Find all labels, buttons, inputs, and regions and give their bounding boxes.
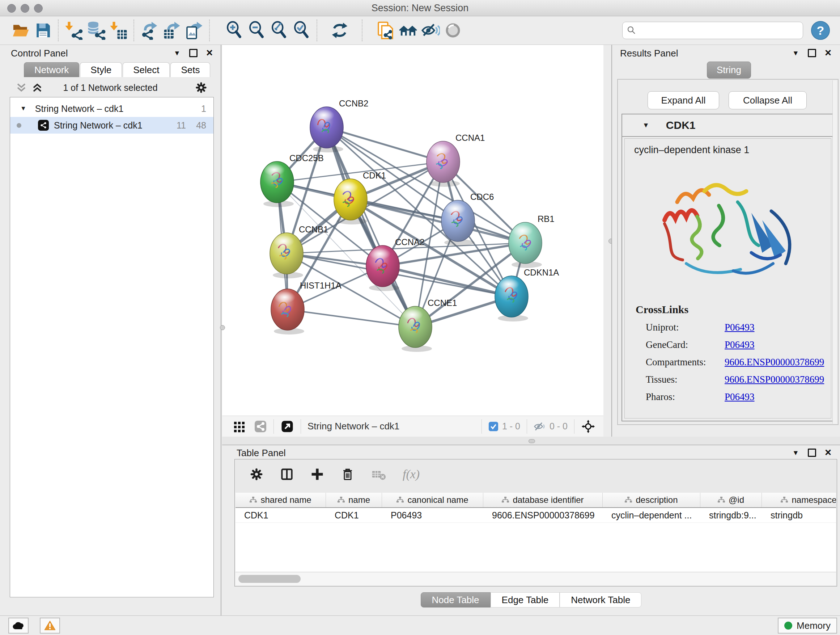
selected-checkbox-icon[interactable]: [488, 421, 499, 432]
toolbar-search[interactable]: [622, 22, 803, 39]
help-button[interactable]: ?: [811, 21, 830, 40]
left-splitter-handle[interactable]: [220, 325, 225, 330]
cloud-button[interactable]: [8, 618, 28, 633]
crosslink-link[interactable]: P06493: [725, 322, 755, 333]
column-hierarchy-icon: [338, 497, 345, 503]
show-all-button[interactable]: [442, 19, 464, 42]
crosslink-link[interactable]: P06493: [725, 339, 755, 350]
column-header-namespace[interactable]: namespace: [762, 493, 836, 507]
column-header-name[interactable]: name: [326, 493, 382, 507]
table-cell[interactable]: CDK1: [235, 508, 326, 523]
tab-network-table[interactable]: Network Table: [560, 592, 641, 608]
show-columns-icon[interactable]: [279, 467, 294, 481]
panel-float-icon[interactable]: [808, 49, 816, 57]
hide-unhide-button[interactable]: [419, 19, 442, 42]
node-CCNA1[interactable]: [426, 141, 460, 187]
import-network-file-button[interactable]: [63, 19, 85, 42]
node-CCNE1[interactable]: [399, 306, 432, 352]
open-in-window-icon[interactable]: [280, 420, 294, 433]
results-tab-string[interactable]: String: [707, 62, 751, 79]
import-table-file-button[interactable]: [107, 19, 130, 42]
panel-float-icon[interactable]: [189, 49, 197, 57]
column-hierarchy-icon: [718, 497, 725, 503]
panel-menu-icon[interactable]: ▼: [174, 50, 180, 57]
panel-close-icon[interactable]: ×: [825, 448, 831, 457]
gear-icon[interactable]: [249, 467, 264, 481]
network-canvas[interactable]: CCNB2CCNA1CDC25BCDK1CDC6RB1CCNB1CCNA2CDK…: [222, 45, 603, 416]
node-CCNB1[interactable]: [270, 233, 303, 279]
crosslink-link[interactable]: 9606.ENSP00000378699: [725, 356, 824, 368]
collapse-all-button[interactable]: Collapse All: [729, 91, 807, 109]
add-column-icon[interactable]: [310, 467, 325, 481]
node-CCNB2[interactable]: [310, 107, 343, 152]
tab-sets[interactable]: Sets: [171, 62, 210, 77]
expand-all-button[interactable]: Expand All: [647, 91, 719, 109]
splitter-handle[interactable]: [529, 439, 535, 443]
network-collection-row[interactable]: ▼ String Network – cdk1 1: [10, 100, 213, 117]
function-builder-icon[interactable]: f(x): [403, 467, 420, 481]
tab-select[interactable]: Select: [123, 62, 170, 77]
collection-expand-icon[interactable]: ▼: [20, 105, 27, 112]
birdseye-grid-icon[interactable]: [233, 420, 246, 433]
panel-close-icon[interactable]: ×: [825, 49, 831, 57]
panel-menu-icon[interactable]: ▼: [792, 449, 799, 456]
fit-content-button[interactable]: [268, 19, 291, 42]
node-HIST1H1A[interactable]: [271, 289, 304, 334]
export-image-button[interactable]: [183, 19, 205, 42]
open-session-button[interactable]: [9, 19, 32, 42]
edge-CCNE1-HIST1H1A[interactable]: [287, 310, 415, 327]
panel-menu-icon[interactable]: ▼: [792, 50, 799, 57]
gene-section-header[interactable]: ▼ CDK1: [622, 114, 834, 137]
column-header-canonical-name[interactable]: canonical name: [382, 493, 483, 507]
refresh-view-button[interactable]: [328, 19, 351, 42]
gear-icon[interactable]: [195, 81, 208, 94]
results-scrollbar[interactable]: [832, 80, 837, 424]
crosslink-link[interactable]: 9606.ENSP00000378699: [725, 374, 824, 385]
export-network-button[interactable]: [138, 19, 161, 42]
crosslink-link[interactable]: P06493: [725, 391, 755, 402]
search-input[interactable]: [639, 25, 798, 36]
table-cell[interactable]: cyclin–dependent ...: [603, 508, 700, 523]
table-cell[interactable]: CDK1: [326, 508, 382, 523]
column-header-database-identifier[interactable]: database identifier: [483, 493, 603, 507]
table-row[interactable]: CDK1CDK1P064939606.ENSP00000378699cyclin…: [235, 508, 836, 523]
zoom-in-button[interactable]: [223, 19, 246, 42]
delete-column-icon[interactable]: [340, 467, 355, 481]
table-cell[interactable]: 9606.ENSP00000378699: [483, 508, 603, 523]
export-table-button[interactable]: [161, 19, 183, 42]
zoom-out-button[interactable]: [246, 19, 268, 42]
column-header-description[interactable]: description: [603, 493, 700, 507]
tab-edge-table[interactable]: Edge Table: [491, 592, 560, 608]
tab-style[interactable]: Style: [80, 62, 122, 77]
crosshair-icon[interactable]: [581, 419, 595, 434]
table-horizontal-scrollbar[interactable]: [235, 572, 836, 585]
warning-button[interactable]: [40, 618, 60, 633]
edge-CCNB2-CCNE1[interactable]: [327, 127, 415, 327]
edge-CCNB2-CCNA1[interactable]: [327, 127, 443, 162]
column-header-shared-name[interactable]: shared name: [235, 493, 326, 507]
memory-button[interactable]: Memory: [778, 618, 837, 633]
scrollbar-thumb[interactable]: [238, 575, 301, 583]
string-protein-query-button[interactable]: [397, 19, 419, 42]
edge-CCNA2-CDKN1A[interactable]: [383, 266, 512, 296]
save-session-button[interactable]: [32, 19, 54, 42]
network-row-selected[interactable]: String Network – cdk1 11 48: [10, 117, 213, 134]
tab-node-table[interactable]: Node Table: [421, 592, 491, 608]
clone-network-button[interactable]: [374, 19, 397, 42]
table-cell[interactable]: P06493: [382, 508, 483, 523]
panel-float-icon[interactable]: [808, 448, 816, 457]
table-cell[interactable]: stringdb: [762, 508, 836, 523]
tab-network[interactable]: Network: [24, 62, 79, 77]
section-collapse-icon[interactable]: ▼: [643, 121, 649, 129]
table-cell[interactable]: stringdb:9...: [700, 508, 762, 523]
share-gray-icon[interactable]: [254, 420, 267, 433]
zoom-selected-button[interactable]: [291, 19, 313, 42]
panel-close-icon[interactable]: ×: [206, 49, 213, 57]
node-CDKN1A[interactable]: [495, 276, 528, 321]
node-CDC25B[interactable]: [261, 162, 294, 207]
delete-table-icon[interactable]: [371, 467, 387, 481]
node-CDC6[interactable]: [441, 200, 475, 246]
import-network-database-button[interactable]: [85, 19, 107, 42]
node-RB1[interactable]: [508, 222, 542, 268]
column-header--id[interactable]: @id: [700, 493, 762, 507]
